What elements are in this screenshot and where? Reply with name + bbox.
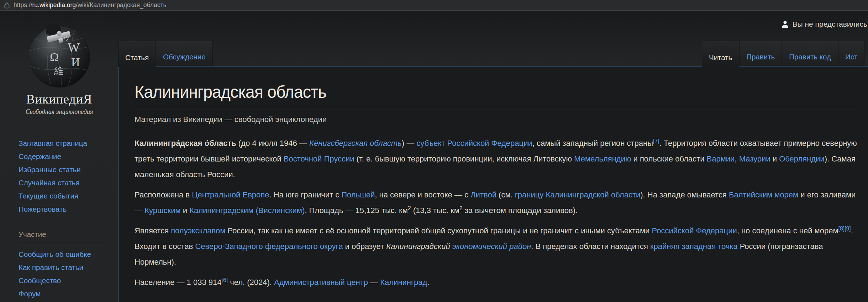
title-divider	[135, 107, 861, 107]
page-tabs-right: ЧитатьПравитьПравить кодИст	[702, 41, 864, 67]
tab-править-код[interactable]: Править код	[782, 41, 838, 67]
text-segment: . В пределах области находится	[531, 242, 650, 251]
sidebar-link-содержание[interactable]: Содержание	[19, 152, 61, 160]
sidebar-link-пожертвовать[interactable]: Пожертвовать	[19, 205, 67, 213]
wiki-link[interactable]: Административный центр	[274, 278, 368, 287]
text-segment: Является	[135, 226, 171, 235]
sidebar-item: Сообщить об ошибке	[19, 250, 119, 258]
wikipedia-globe-icon: W И Ω 維 ウ	[27, 24, 92, 88]
text-segment: , самый западный регион страны	[532, 139, 653, 148]
tab-label: Обсуждение	[163, 53, 205, 61]
sidebar-link-сообщить-об-ошибке[interactable]: Сообщить об ошибке	[19, 250, 91, 258]
lock-icon	[4, 2, 10, 9]
text-segment: , на севере и востоке — с	[375, 190, 470, 199]
browser-url-bar[interactable]: https://ru.wikipedia.org/wiki/Калинингра…	[0, 0, 868, 11]
text-segment: (13,3 тыс. км	[411, 206, 459, 215]
wiki-link[interactable]: Северо-Западного федерального округа	[195, 242, 343, 251]
wiki-link[interactable]: крайняя западная точка	[650, 242, 738, 251]
text-segment: (т. е. бывшую территорию провинции, искл…	[354, 154, 574, 163]
text-segment: чел. (2024).	[228, 278, 274, 287]
text-segment: .	[427, 278, 429, 287]
article-paragraph: Население — 1 033 914[6] чел. (2024). Ад…	[135, 275, 861, 290]
wiki-link[interactable]: Кёнигсбергская область	[309, 139, 402, 148]
wiki-link[interactable]: Польшей	[341, 190, 375, 199]
sidebar-link-сообщество[interactable]: Сообщество	[19, 276, 61, 285]
sidebar-link-форум[interactable]: Форум	[19, 290, 41, 298]
sidebar-link-случайная-статья[interactable]: Случайная статья	[19, 179, 80, 187]
tab-label: Читать	[709, 53, 732, 62]
text-segment: Калинингра́дская о́бласть	[135, 139, 236, 148]
user-status-label: Вы не представились	[793, 20, 867, 28]
text-segment: ,	[735, 154, 739, 163]
sidebar: W И Ω 維 ウ ВикипедиЯ Свободная энциклопед…	[0, 11, 119, 302]
sidebar-link-заглавная-страница[interactable]: Заглавная страница	[19, 139, 87, 147]
wiki-link[interactable]: субъект Российской Федерации	[416, 139, 532, 148]
sidebar-link-текущие-события[interactable]: Текущие события	[19, 192, 78, 200]
sidebar-item: Текущие события	[19, 192, 119, 200]
svg-text:И: И	[71, 55, 80, 69]
text-segment: —	[368, 278, 380, 287]
tab-читать[interactable]: Читать	[702, 41, 739, 67]
sidebar-item: Как править статьи	[19, 263, 119, 271]
text-segment: (см.	[496, 190, 515, 199]
reference-link[interactable]: [9]	[845, 226, 851, 232]
wiki-link[interactable]: Балтийским морем	[729, 190, 798, 199]
superscript-text: 2	[459, 205, 463, 211]
wiki-link[interactable]: границу Калининградской области	[515, 190, 641, 199]
url-path: /wiki/Калининградская_область	[76, 1, 167, 9]
sidebar-item: Заглавная страница	[19, 139, 119, 147]
text-segment: . Площадь — 15,125 тыс. км	[305, 206, 407, 215]
article-content: Калининградская область Материал из Вики…	[119, 67, 868, 302]
reference-link[interactable]: [8]	[838, 226, 845, 232]
tab-label: Статья	[125, 53, 149, 62]
text-segment: за вычетом площади заливов).	[463, 206, 578, 215]
tab-обсуждение[interactable]: Обсуждение	[156, 41, 212, 67]
page-tabs-left: СтатьяОбсуждение	[118, 41, 213, 67]
wiki-link[interactable]: полуэксклавом	[171, 226, 225, 235]
wiki-link[interactable]: Восточной Пруссии	[284, 154, 354, 163]
sidebar-item: Случайная статья	[19, 179, 119, 187]
wiki-link[interactable]: Мазурии	[739, 154, 770, 163]
text-segment: ). На западе омывается	[640, 190, 729, 199]
text-segment: и	[181, 206, 190, 215]
tab-ист[interactable]: Ист	[838, 41, 864, 67]
article-paragraph: Является полуэксклавом России, так как н…	[135, 223, 861, 270]
url-domain: ru.wikipedia.org	[32, 1, 76, 9]
reference-link[interactable]: [7]	[653, 138, 659, 144]
text-segment: Калининградский	[386, 242, 452, 251]
wiki-link[interactable]: Оберляндии	[779, 154, 825, 163]
wikipedia-tagline: Свободная энциклопедия	[0, 108, 119, 116]
wiki-link[interactable]: Российской Федерации	[652, 226, 737, 235]
wiki-link[interactable]: Куршским	[144, 206, 181, 215]
sidebar-link-как-править-статьи[interactable]: Как править статьи	[19, 263, 83, 271]
tab-label: Править	[746, 53, 775, 61]
sidebar-link-избранные-статьи[interactable]: Избранные статьи	[19, 165, 81, 174]
text-segment: Население — 1 033 914	[135, 278, 221, 287]
text-segment: и	[770, 154, 779, 163]
sidebar-section-title: Участие	[0, 218, 119, 239]
text-segment: . На юге граничит с	[269, 190, 341, 199]
wiki-link[interactable]: Мемельляндию	[574, 154, 631, 163]
wiki-link[interactable]: Литвой	[470, 190, 496, 199]
wiki-link[interactable]: Калининградским (Вислинским)	[189, 206, 305, 215]
wiki-link[interactable]: Калининград	[380, 278, 427, 287]
text-segment: и образует	[343, 242, 386, 251]
text-segment: ) —	[402, 139, 417, 148]
text-segment: России, так как не имеет с её основной т…	[225, 226, 652, 235]
user-status[interactable]: Вы не представились	[781, 20, 867, 28]
text-segment: и польские области	[631, 154, 706, 163]
wiki-link[interactable]: Вармии	[707, 154, 735, 163]
wiki-link[interactable]: Центральной Европе	[192, 190, 269, 199]
tab-статья[interactable]: Статья	[118, 41, 156, 67]
tab-править[interactable]: Править	[739, 41, 782, 67]
reference-link[interactable]: [6]	[221, 277, 228, 283]
svg-text:W: W	[68, 41, 80, 55]
svg-text:維: 維	[54, 66, 63, 76]
tab-label: Править код	[789, 53, 831, 61]
wikipedia-logo[interactable]: W И Ω 維 ウ ВикипедиЯ Свободная энциклопед…	[0, 11, 119, 116]
svg-text:ウ: ウ	[63, 35, 69, 42]
wiki-link[interactable]: экономический район	[452, 242, 531, 251]
sidebar-item: Содержание	[19, 152, 119, 160]
sidebar-participation-list: Сообщить об ошибкеКак править статьиСооб…	[0, 242, 119, 302]
article-subtitle: Материал из Википедии — свободной энцикл…	[135, 115, 861, 124]
